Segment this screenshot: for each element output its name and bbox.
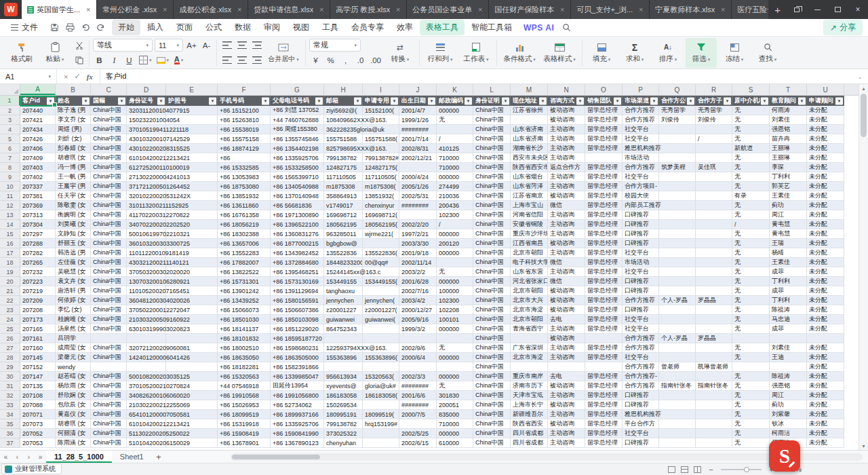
tab-close-icon[interactable]: × xyxy=(476,5,484,14)
cell[interactable]: 曾老师 xyxy=(659,362,696,372)
cell[interactable]: 411702200312270822 xyxy=(127,210,166,220)
row-number[interactable]: 33 xyxy=(0,400,20,410)
cell[interactable]: 956613934 xyxy=(324,372,363,381)
filter-button-icon[interactable]: ▼ xyxy=(724,97,731,104)
cell[interactable]: 207161 xyxy=(20,334,56,343)
cell[interactable]: 留学总经理 xyxy=(585,343,623,353)
number-format-button[interactable]: , xyxy=(339,54,352,66)
cell[interactable]: 社交平台 xyxy=(623,267,659,277)
cell[interactable]: 主动咨询 xyxy=(548,144,585,153)
cell[interactable]: 未分配 xyxy=(807,286,844,296)
cell[interactable]: 王迪 xyxy=(770,353,807,362)
cell[interactable]: 13851932( xyxy=(363,191,399,201)
cell[interactable] xyxy=(659,248,696,258)
cell[interactable]: 留学总经理 xyxy=(585,315,623,324)
cell[interactable]: 207313 xyxy=(20,210,56,220)
cell[interactable]: China中国 xyxy=(473,410,511,419)
tab-close-icon[interactable]: × xyxy=(317,5,326,14)
sheet-tab[interactable]: Sheet1 xyxy=(112,451,152,463)
cell[interactable]: 未分配 xyxy=(807,429,844,438)
cell[interactable]: 合作方推荐 xyxy=(623,343,659,353)
cell[interactable]: 未分配 xyxy=(807,258,844,267)
column-header[interactable]: A xyxy=(20,84,56,95)
cell[interactable]: 山东省东营 xyxy=(511,267,548,277)
cell[interactable]: 刘俊伶 xyxy=(696,115,732,125)
cell[interactable] xyxy=(696,305,732,315)
cell[interactable]: 丁利利 xyxy=(770,172,807,182)
cell[interactable]: 留学总经理 xyxy=(585,191,623,201)
cell[interactable]: +86 1355745846 xyxy=(271,134,324,144)
cell[interactable]: 留学总经理 xyxy=(585,144,623,153)
menu-item[interactable]: 效率 xyxy=(391,20,419,35)
cell[interactable]: China中国 xyxy=(473,286,511,296)
cell[interactable]: China中国 xyxy=(473,182,511,191)
cell[interactable]: 社交平台 xyxy=(623,134,659,144)
cell[interactable]: 口碑推荐 xyxy=(623,286,659,296)
cell[interactable] xyxy=(548,362,585,372)
file-tab[interactable]: 医疗五险一金.xlsx× xyxy=(732,0,768,19)
cell[interactable] xyxy=(399,163,437,172)
cell[interactable]: 蓟玏 xyxy=(770,400,807,410)
cell[interactable]: 社交平台 xyxy=(623,353,659,362)
cell[interactable]: 未分配 xyxy=(807,153,844,163)
row-number[interactable]: 8 xyxy=(0,163,20,172)
cell[interactable]: 未分配 xyxy=(807,229,844,239)
cell[interactable]: 180562195( xyxy=(363,220,399,229)
cell[interactable] xyxy=(659,210,696,220)
cell[interactable]: China中国 xyxy=(473,334,511,343)
cell[interactable]: 2002/3/3 xyxy=(399,372,437,381)
cell[interactable]: 返点合作方 xyxy=(548,163,585,172)
cell[interactable]: 18099519( xyxy=(363,410,399,419)
cell[interactable]: China中国 xyxy=(473,210,511,220)
menu-item[interactable]: 表格工具 xyxy=(420,20,465,35)
cell[interactable]: China中国 xyxy=(91,106,127,115)
cell[interactable]: 王瑞 xyxy=(770,239,807,248)
cell[interactable]: 被动咨询 xyxy=(548,381,585,391)
cell[interactable]: 留学总经理 xyxy=(585,305,623,315)
cell[interactable] xyxy=(585,153,623,163)
filter-button-icon[interactable]: ▼ xyxy=(539,97,547,104)
cell[interactable]: +86 1395468251 xyxy=(271,267,324,277)
cell[interactable]: +86 15332585 xyxy=(218,163,271,172)
cell[interactable]: China中国 xyxy=(473,381,511,391)
filter-button[interactable]: 筛选▾ xyxy=(686,38,717,68)
cell[interactable]: +86 1877000215 xyxy=(271,239,324,248)
cell[interactable]: 未分配 xyxy=(807,438,844,448)
cell[interactable]: 王晨宇 (男 xyxy=(56,182,91,191)
cell[interactable]: 主动咨询 xyxy=(548,438,585,448)
cell[interactable]: 口碑推荐 xyxy=(623,438,659,448)
filter-button-icon[interactable]: ▼ xyxy=(354,97,361,104)
cell[interactable] xyxy=(659,239,696,248)
cell[interactable]: 2000/7/5 xyxy=(399,410,437,419)
cell[interactable]: 207147 xyxy=(20,372,56,381)
normal-view-icon[interactable] xyxy=(668,466,675,473)
file-tab[interactable]: 宁夏教师样本.xlsx× xyxy=(650,0,732,19)
cell[interactable]: 未分配 xyxy=(807,277,844,286)
cell[interactable]: 2002/2/20 xyxy=(399,220,437,229)
header-cell[interactable]: 咨询方式▼ xyxy=(548,96,585,106)
cell[interactable]: 新航道 xyxy=(732,144,770,153)
header-cell[interactable]: 客户id▼ xyxy=(20,96,56,106)
cell[interactable]: 黄嘉仪 (女 xyxy=(56,410,91,419)
sum-button[interactable]: Σ 求和▾ xyxy=(619,38,650,68)
cell[interactable]: 留学总经理 xyxy=(585,229,623,239)
cell[interactable]: +86 1991056800 xyxy=(271,391,324,400)
cell[interactable]: 口碑推荐 xyxy=(623,305,659,315)
row-number[interactable]: 13 xyxy=(0,210,20,220)
row-number[interactable]: 37 xyxy=(0,438,20,448)
cell[interactable]: 周江 xyxy=(770,210,807,220)
row-number[interactable]: 3 xyxy=(0,115,20,125)
cell[interactable]: 100101 xyxy=(437,315,473,324)
cell[interactable]: 630103199903020823 xyxy=(127,324,166,334)
header-cell[interactable]: 出生日期▼ xyxy=(399,96,437,106)
cell[interactable]: 吕玥学 xyxy=(56,334,91,343)
cell[interactable]: 155751588 xyxy=(324,134,363,144)
cell[interactable]: 207053 xyxy=(20,438,56,448)
italic-button[interactable]: I xyxy=(108,54,121,66)
cell[interactable]: China中国 xyxy=(91,315,127,324)
cell[interactable]: 西安市未央区 xyxy=(511,153,548,163)
cell[interactable] xyxy=(363,362,399,372)
cell[interactable]: 2001/7/14 xyxy=(399,134,437,144)
file-menu-button[interactable]: 文件 xyxy=(5,22,43,33)
cell[interactable]: 000000 xyxy=(437,353,473,362)
